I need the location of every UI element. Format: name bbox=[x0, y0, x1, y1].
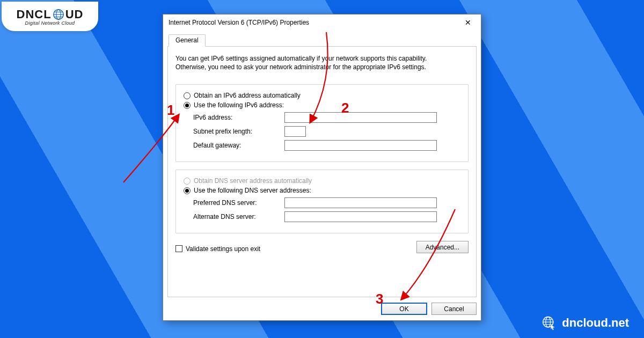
radio-obtain-ip-auto[interactable]: Obtain an IPv6 address automatically bbox=[184, 92, 460, 99]
annotation-number-1: 1 bbox=[167, 102, 174, 119]
settings-description: You can get IPv6 settings assigned autom… bbox=[175, 54, 455, 71]
checkbox-label: Validate settings upon exit bbox=[186, 245, 260, 253]
ipv6-properties-dialog: Internet Protocol Version 6 (TCP/IPv6) P… bbox=[163, 14, 481, 321]
button-label: Advanced... bbox=[426, 244, 459, 251]
field-label: Subnet prefix length: bbox=[193, 128, 284, 135]
radio-label: Obtain an IPv6 address automatically bbox=[194, 92, 301, 99]
footer-brand: dncloud.net bbox=[541, 315, 629, 330]
field-default-gateway: Default gateway: bbox=[193, 140, 460, 151]
tab-general-label: General bbox=[175, 36, 199, 44]
dialog-titlebar[interactable]: Internet Protocol Version 6 (TCP/IPv6) P… bbox=[163, 14, 481, 31]
alternate-dns-input[interactable] bbox=[284, 211, 437, 222]
subnet-prefix-input[interactable] bbox=[284, 126, 306, 137]
radio-label: Use the following DNS server addresses: bbox=[194, 187, 311, 194]
advanced-button[interactable]: Advanced... bbox=[416, 241, 469, 253]
annotation-number-2: 2 bbox=[341, 100, 349, 116]
radio-obtain-dns-auto: Obtain DNS server address automatically bbox=[184, 177, 460, 185]
brand-logo-card: DNCL UD Digital Network Cloud bbox=[2, 2, 98, 31]
ok-button[interactable]: OK bbox=[381, 303, 427, 315]
radio-icon bbox=[184, 187, 191, 194]
field-preferred-dns: Preferred DNS server: bbox=[193, 197, 460, 208]
field-label: Preferred DNS server: bbox=[193, 199, 284, 207]
default-gateway-input[interactable] bbox=[284, 140, 437, 151]
dialog-button-row: OK Cancel bbox=[163, 303, 477, 315]
brand-name-prefix: DNCL bbox=[17, 8, 52, 21]
brand-logo: DNCL UD bbox=[17, 8, 84, 21]
checkbox-icon bbox=[175, 245, 182, 252]
dialog-title: Internet Protocol Version 6 (TCP/IPv6) P… bbox=[169, 19, 309, 26]
button-label: Cancel bbox=[444, 305, 464, 313]
cancel-button[interactable]: Cancel bbox=[431, 303, 477, 315]
ipv6-address-input[interactable] bbox=[284, 112, 437, 123]
field-ipv6-address: IPv6 address: bbox=[193, 112, 460, 123]
globe-cursor-icon bbox=[541, 315, 557, 330]
radio-icon bbox=[184, 178, 191, 185]
button-label: OK bbox=[399, 305, 408, 313]
globe-icon bbox=[53, 9, 64, 20]
field-label: IPv6 address: bbox=[193, 114, 284, 121]
radio-use-following-dns[interactable]: Use the following DNS server addresses: bbox=[184, 187, 460, 194]
ip-address-group: Obtain an IPv6 address automatically Use… bbox=[175, 84, 469, 162]
tab-panel-general: You can get IPv6 settings assigned autom… bbox=[167, 47, 477, 297]
field-alternate-dns: Alternate DNS server: bbox=[193, 211, 460, 222]
dns-group: Obtain DNS server address automatically … bbox=[175, 170, 469, 233]
validate-checkbox-row[interactable]: Validate settings upon exit bbox=[175, 245, 260, 253]
tutorial-canvas: DNCL UD Digital Network Cloud Internet P… bbox=[0, 0, 644, 338]
annotation-number-3: 3 bbox=[376, 291, 383, 307]
panel-bottom-row: Validate settings upon exit Advanced... bbox=[175, 241, 469, 253]
radio-icon bbox=[184, 102, 191, 109]
close-button[interactable]: ✕ bbox=[456, 15, 480, 30]
field-subnet-prefix: Subnet prefix length: bbox=[193, 126, 460, 137]
tab-general[interactable]: General bbox=[169, 34, 206, 47]
brand-tagline: Digital Network Cloud bbox=[25, 20, 75, 26]
tab-bar: General bbox=[167, 34, 477, 47]
field-label: Default gateway: bbox=[193, 142, 284, 149]
radio-use-following-ip[interactable]: Use the following IPv6 address: bbox=[184, 101, 460, 109]
footer-domain: dncloud.net bbox=[562, 316, 629, 330]
radio-label: Use the following IPv6 address: bbox=[194, 101, 284, 109]
radio-label: Obtain DNS server address automatically bbox=[194, 177, 312, 185]
radio-icon bbox=[184, 92, 191, 99]
field-label: Alternate DNS server: bbox=[193, 213, 284, 221]
preferred-dns-input[interactable] bbox=[284, 197, 437, 208]
close-icon: ✕ bbox=[465, 18, 471, 27]
brand-name-suffix: UD bbox=[65, 8, 84, 21]
